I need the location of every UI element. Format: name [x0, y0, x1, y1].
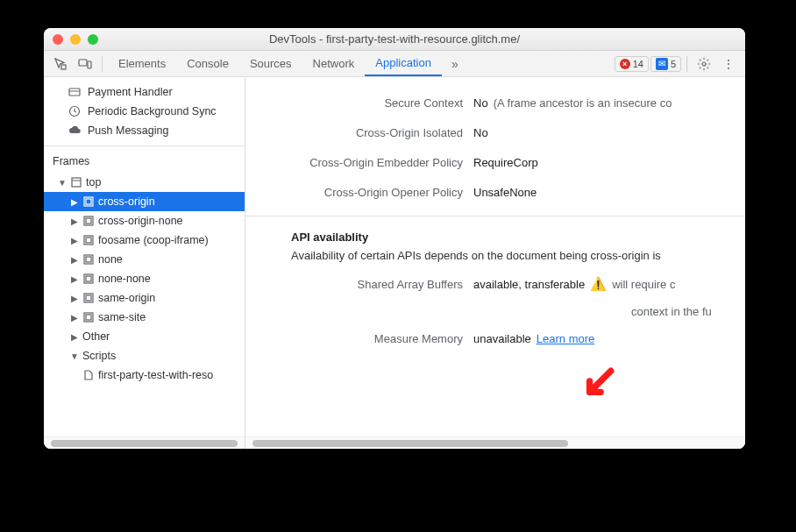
svg-rect-1 — [79, 60, 87, 66]
payment-icon — [68, 86, 81, 98]
tab-network[interactable]: Network — [302, 51, 366, 76]
frame-scripts[interactable]: ▼ Scripts — [44, 346, 245, 365]
window-controls — [53, 34, 98, 45]
warning-icon: ⚠️ — [590, 276, 607, 292]
main-panel: Secure Context No (A frame ancestor is a… — [245, 77, 745, 449]
frame-none-none[interactable]: ▶ none-none — [44, 269, 245, 288]
chevron-down-icon: ▼ — [58, 178, 67, 187]
cloud-icon — [68, 124, 81, 137]
svg-rect-18 — [86, 276, 91, 281]
chevron-right-icon: ▶ — [70, 294, 79, 302]
close-window-button[interactable] — [53, 34, 63, 45]
svg-rect-4 — [69, 89, 80, 96]
frame-same-site[interactable]: ▶ same-site — [44, 308, 245, 327]
chevron-right-icon: ▶ — [70, 313, 79, 322]
minimize-window-button[interactable] — [70, 34, 81, 45]
chevron-right-icon: ▶ — [70, 274, 79, 283]
frame-other[interactable]: ▶ Other — [44, 327, 245, 346]
sidebar-label: Push Messaging — [88, 124, 168, 137]
frame-top[interactable]: ▼ top — [44, 173, 245, 192]
errors-count: 14 — [633, 59, 643, 69]
frame-cross-origin[interactable]: ▶ cross-origin — [44, 192, 245, 211]
api-availability-desc: Availability of certain APIs depends on … — [245, 249, 745, 269]
frame-icon — [82, 215, 95, 227]
separator — [102, 56, 103, 72]
frame-icon — [82, 253, 95, 266]
panel-tabs: Elements Console Sources Network Applica… — [108, 51, 442, 76]
row-val: No — [473, 126, 488, 139]
learn-more-link[interactable]: Learn more — [537, 332, 594, 345]
frame-icon — [82, 195, 95, 208]
frame-label: cross-origin — [98, 195, 155, 208]
svg-rect-7 — [72, 178, 81, 187]
chevron-right-icon: ▶ — [70, 236, 79, 245]
devtools-toolbar: Elements Console Sources Network Applica… — [44, 51, 745, 77]
tab-sources[interactable]: Sources — [239, 51, 302, 76]
frames-tree: ▼ top ▶ cross-origin ▶ cross-origin-none — [44, 173, 245, 385]
row-warn: will require c — [612, 278, 675, 291]
devices-icon — [78, 57, 92, 71]
sidebar-item-payment-handler[interactable]: Payment Handler — [44, 82, 245, 102]
inspect-element-button[interactable] — [49, 53, 72, 74]
svg-rect-0 — [61, 65, 66, 69]
row-key: Cross-Origin Isolated — [245, 126, 473, 139]
row-val: unavailable — [473, 332, 531, 345]
sidebar-item-periodic-bg-sync[interactable]: Periodic Background Sync — [44, 102, 245, 121]
coep-row: Cross-Origin Embedder Policy RequireCorp — [245, 147, 745, 177]
row-val: RequireCorp — [473, 156, 538, 169]
sidebar-scrollbar[interactable] — [44, 436, 245, 449]
frame-label: Scripts — [82, 350, 116, 362]
frame-foosame[interactable]: ▶ foosame (coop-iframe) — [44, 231, 245, 250]
frame-cross-origin-none[interactable]: ▶ cross-origin-none — [44, 211, 245, 231]
more-tabs-button[interactable]: » — [444, 53, 466, 74]
message-icon: ✉ — [656, 58, 668, 70]
chevron-down-icon: ▼ — [70, 351, 79, 360]
frame-icon — [82, 273, 95, 285]
messages-badge[interactable]: ✉ 5 — [650, 56, 681, 72]
errors-badge[interactable]: × 14 — [615, 56, 649, 72]
coop-row: Cross-Origin Opener Policy UnsafeNone — [245, 177, 745, 207]
clock-icon — [68, 105, 81, 117]
file-icon — [82, 369, 95, 381]
frames-section-header: Frames — [44, 145, 245, 173]
row-line2: context in the fu — [631, 305, 712, 318]
maximize-window-button[interactable] — [88, 34, 98, 45]
measure-memory-row: Measure Memory unavailable Learn more — [245, 323, 745, 353]
tab-application[interactable]: Application — [365, 51, 442, 76]
main-scrollbar[interactable] — [245, 436, 745, 449]
row-val: UnsafeNone — [473, 186, 537, 199]
chevron-right-icon: ▶ — [70, 197, 79, 206]
svg-point-3 — [702, 62, 706, 66]
shared-array-buffers-row: Shared Array Buffers available, transfer… — [245, 269, 745, 299]
row-key: Secure Context — [245, 96, 473, 110]
row-val: available, transferable — [473, 278, 585, 291]
chevron-right-icon: ▶ — [70, 332, 79, 341]
separator — [686, 56, 687, 72]
svg-rect-12 — [86, 218, 91, 223]
svg-rect-22 — [86, 315, 91, 320]
frame-same-origin[interactable]: ▶ same-origin — [44, 288, 245, 308]
titlebar: DevTools - first-party-test-with-resourc… — [44, 28, 745, 51]
row-extra: (A frame ancestor is an insecure co — [494, 96, 672, 110]
sidebar: Payment Handler Periodic Background Sync… — [44, 77, 245, 449]
device-toolbar-button[interactable] — [74, 53, 96, 74]
row-key: Shared Array Buffers — [245, 278, 473, 291]
panel-body: Payment Handler Periodic Background Sync… — [44, 77, 745, 449]
row-key: Cross-Origin Opener Policy — [245, 186, 473, 199]
frame-label: none — [98, 253, 123, 266]
tab-elements[interactable]: Elements — [108, 51, 176, 76]
frame-label: cross-origin-none — [98, 215, 183, 227]
tab-console[interactable]: Console — [176, 51, 239, 76]
settings-button[interactable] — [693, 53, 715, 74]
frame-none[interactable]: ▶ none — [44, 250, 245, 269]
window-icon — [70, 176, 82, 188]
frame-label: Other — [82, 330, 110, 343]
sidebar-item-push-messaging[interactable]: Push Messaging — [44, 121, 245, 140]
row-key: Measure Memory — [245, 332, 473, 345]
more-menu-button[interactable]: ⋮ — [717, 53, 740, 74]
svg-rect-2 — [88, 61, 91, 68]
row-key: Cross-Origin Embedder Policy — [245, 156, 473, 169]
shared-array-buffers-row2: context in the fu — [245, 299, 745, 323]
script-file[interactable]: first-party-test-with-reso — [44, 365, 245, 385]
api-availability-header: API availablity — [245, 216, 745, 249]
